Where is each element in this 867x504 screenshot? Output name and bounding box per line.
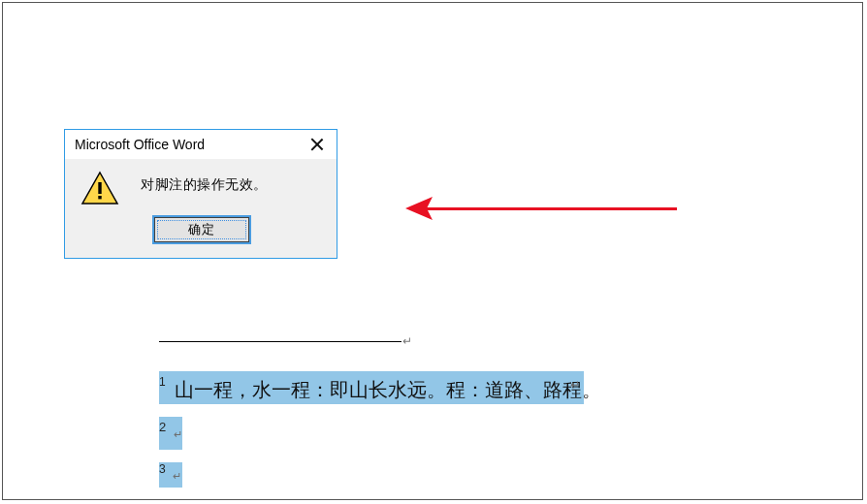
svg-marker-0: [405, 197, 433, 220]
paragraph-mark-icon: ↵: [174, 428, 182, 441]
annotation-arrow: [405, 192, 677, 225]
paragraph-mark-icon: ↵: [402, 334, 412, 348]
arrow-shaft: [425, 207, 677, 210]
arrow-head-icon: [405, 197, 433, 220]
footnote-text[interactable]: 山一程，水一程：即山长水远。程：道路、路程。: [161, 372, 611, 408]
close-icon: [310, 138, 324, 151]
footnote-number: 2: [159, 420, 166, 434]
ok-button-label: 确定: [188, 221, 215, 238]
dialog-title: Microsoft Office Word: [75, 137, 205, 152]
dialog-message: 对脚注的操作无效。: [141, 176, 268, 194]
footnote-highlight-3[interactable]: 3 ↵: [159, 462, 182, 488]
footnote-separator: [159, 341, 401, 342]
svg-rect-2: [98, 182, 101, 194]
message-dialog: Microsoft Office Word 对脚注的操作无效。 确定: [64, 129, 337, 259]
dialog-close-button[interactable]: [307, 135, 327, 154]
paragraph-mark-icon: ↵: [173, 470, 181, 483]
paragraph-mark-icon: ↵: [570, 378, 580, 392]
dialog-body: 对脚注的操作无效。 确定: [65, 159, 337, 259]
warning-icon: [80, 171, 119, 205]
document-page: ↵ 1 山一程，水一程：即山长水远。程：道路、路程。 ↵ 2 ↵ 3 ↵ Mic…: [2, 2, 863, 500]
footnote-highlight-2[interactable]: 2 ↵: [159, 417, 182, 450]
svg-rect-3: [98, 196, 101, 199]
footnote-number: 3: [159, 462, 166, 476]
dialog-titlebar[interactable]: Microsoft Office Word: [65, 130, 337, 159]
ok-button[interactable]: 确定: [154, 217, 249, 242]
